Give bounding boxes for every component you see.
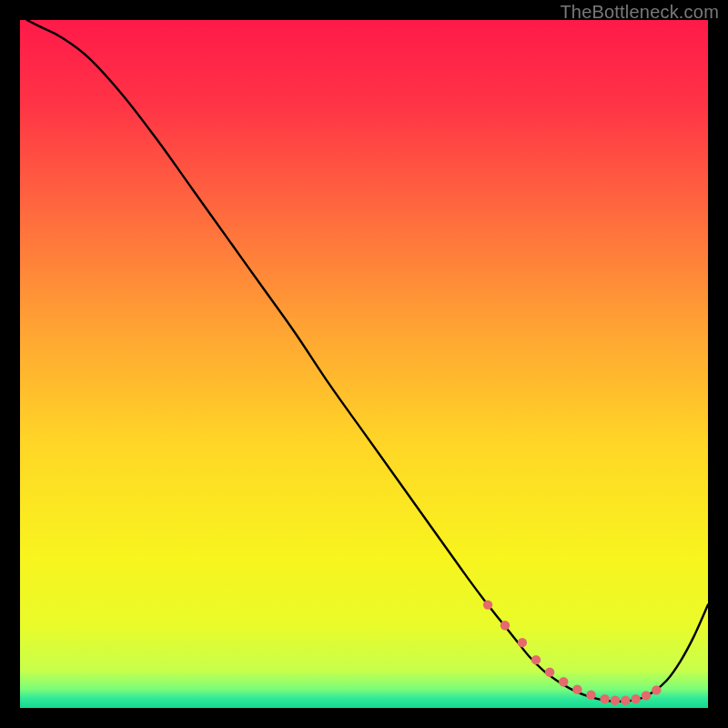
highlight-dot <box>642 691 651 700</box>
watermark-text: TheBottleneck.com <box>560 2 719 23</box>
highlight-dot <box>611 695 620 704</box>
highlight-dot <box>631 694 640 703</box>
highlight-dot <box>518 638 527 647</box>
highlight-dot <box>621 695 630 704</box>
highlight-dot <box>545 667 554 676</box>
highlight-dot <box>559 677 568 686</box>
highlight-dot <box>652 685 661 694</box>
highlight-dot <box>586 690 595 699</box>
chart-frame: TheBottleneck.com <box>0 0 728 728</box>
plot-area <box>20 20 708 708</box>
highlight-dot <box>500 621 510 630</box>
highlight-dot <box>572 684 581 693</box>
highlight-dot <box>531 655 541 664</box>
highlight-dot <box>483 600 492 609</box>
highlight-dot <box>600 694 609 703</box>
highlight-dots <box>20 20 708 708</box>
